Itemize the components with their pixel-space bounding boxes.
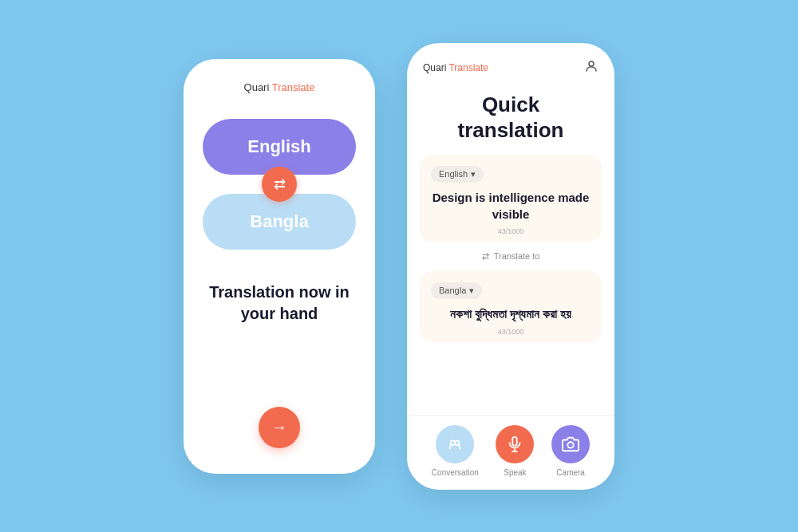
svg-point-0 (589, 61, 594, 66)
brand-logo-2: Quari Translate (423, 62, 488, 73)
camera-button[interactable]: Camera (551, 425, 590, 477)
arrow-icon: → (271, 418, 287, 436)
svg-rect-3 (513, 436, 518, 445)
swap-small-icon: ⇄ (482, 251, 489, 262)
bottom-bar: Conversation Speak Camera (407, 415, 614, 490)
brand-translate-2: Translate (446, 62, 488, 73)
phone-2: Quari Translate Quick translation Englis… (407, 43, 614, 490)
source-char-count: 43/1000 (431, 227, 591, 235)
conversation-icon-circle (436, 425, 474, 463)
speak-button[interactable]: Speak (496, 425, 534, 477)
source-text[interactable]: Design is intelligence made visible (431, 189, 591, 223)
translate-to-label: Translate to (494, 251, 540, 261)
brand-translate-1: Translate (269, 81, 314, 93)
svg-point-4 (567, 442, 573, 447)
brand-quari-2: Quari (423, 62, 446, 73)
chevron-down-icon-2: ▾ (469, 286, 474, 296)
brand-logo-1: Quari Translate (244, 81, 315, 93)
speak-label: Speak (504, 468, 526, 477)
phone2-header: Quari Translate (407, 43, 614, 84)
conversation-button[interactable]: Conversation (432, 425, 479, 477)
get-started-button[interactable]: → (259, 407, 300, 448)
target-char-count: 43/1000 (431, 328, 591, 336)
tagline-text: Translation now in your hand (203, 282, 356, 325)
source-box[interactable]: English ▾ Design is intelligence made vi… (420, 155, 602, 242)
camera-icon-circle (551, 425, 590, 463)
conversation-label: Conversation (432, 468, 479, 477)
swap-languages-button[interactable]: ⇄ (262, 167, 297, 202)
camera-label: Camera (556, 468, 585, 477)
target-text: নকশা বুদ্ধিমতা দৃশ্যমান করা হয় (431, 305, 591, 324)
language-switcher: English ⇄ Bangla (203, 119, 356, 250)
target-box: Bangla ▾ নকশা বুদ্ধিমতা দৃশ্যমান করা হয়… (420, 271, 602, 343)
target-lang-tag[interactable]: Bangla ▾ (431, 282, 482, 299)
profile-button[interactable] (584, 59, 598, 77)
phone-1: Quari Translate English ⇄ Bangla Transla… (184, 59, 375, 474)
swap-icon: ⇄ (274, 175, 286, 193)
brand-quari-1: Quari (244, 81, 270, 93)
translation-body: English ▾ Design is intelligence made vi… (407, 155, 614, 415)
quick-translation-title: Quick translation (407, 84, 614, 155)
chevron-down-icon: ▾ (471, 169, 476, 179)
source-lang-tag[interactable]: English ▾ (431, 166, 484, 183)
microphone-icon-circle (496, 425, 534, 463)
bangla-lang-button[interactable]: Bangla (203, 194, 356, 250)
translate-to-divider: ⇄ Translate to (420, 248, 602, 265)
